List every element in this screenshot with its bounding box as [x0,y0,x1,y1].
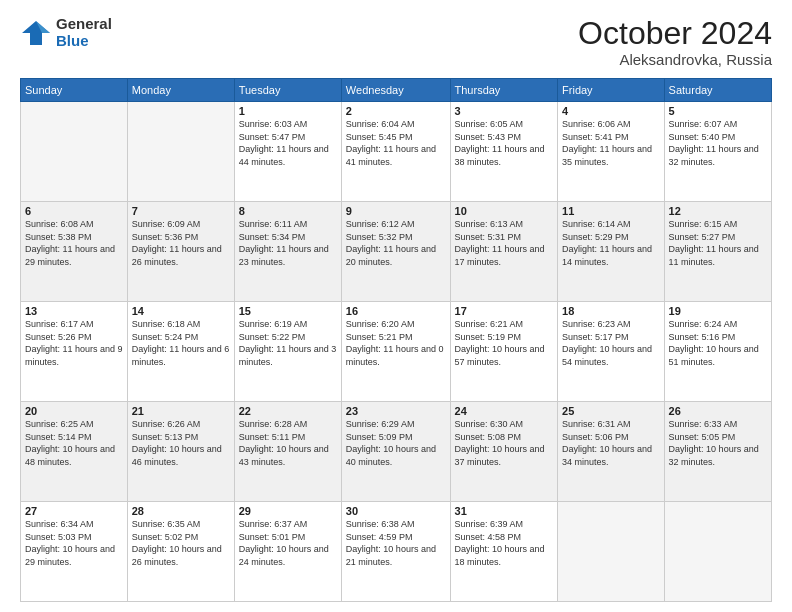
col-friday: Friday [558,79,665,102]
day-info: Sunrise: 6:20 AM Sunset: 5:21 PM Dayligh… [346,318,446,368]
table-row: 2Sunrise: 6:04 AM Sunset: 5:45 PM Daylig… [341,102,450,202]
day-number: 6 [25,205,123,217]
day-info: Sunrise: 6:21 AM Sunset: 5:19 PM Dayligh… [455,318,554,368]
day-number: 22 [239,405,337,417]
title-block: October 2024 Aleksandrovka, Russia [578,16,772,68]
calendar-week-row: 13Sunrise: 6:17 AM Sunset: 5:26 PM Dayli… [21,302,772,402]
day-info: Sunrise: 6:26 AM Sunset: 5:13 PM Dayligh… [132,418,230,468]
col-sunday: Sunday [21,79,128,102]
day-info: Sunrise: 6:29 AM Sunset: 5:09 PM Dayligh… [346,418,446,468]
day-info: Sunrise: 6:24 AM Sunset: 5:16 PM Dayligh… [669,318,767,368]
table-row: 21Sunrise: 6:26 AM Sunset: 5:13 PM Dayli… [127,402,234,502]
day-info: Sunrise: 6:07 AM Sunset: 5:40 PM Dayligh… [669,118,767,168]
table-row: 29Sunrise: 6:37 AM Sunset: 5:01 PM Dayli… [234,502,341,602]
day-info: Sunrise: 6:08 AM Sunset: 5:38 PM Dayligh… [25,218,123,268]
day-number: 5 [669,105,767,117]
day-info: Sunrise: 6:04 AM Sunset: 5:45 PM Dayligh… [346,118,446,168]
day-number: 23 [346,405,446,417]
location: Aleksandrovka, Russia [578,51,772,68]
day-number: 11 [562,205,660,217]
day-number: 9 [346,205,446,217]
logo-general-text: General [56,16,112,33]
day-info: Sunrise: 6:30 AM Sunset: 5:08 PM Dayligh… [455,418,554,468]
day-number: 21 [132,405,230,417]
day-number: 4 [562,105,660,117]
calendar-week-row: 6Sunrise: 6:08 AM Sunset: 5:38 PM Daylig… [21,202,772,302]
day-number: 12 [669,205,767,217]
day-info: Sunrise: 6:39 AM Sunset: 4:58 PM Dayligh… [455,518,554,568]
day-info: Sunrise: 6:23 AM Sunset: 5:17 PM Dayligh… [562,318,660,368]
day-number: 20 [25,405,123,417]
calendar-table: Sunday Monday Tuesday Wednesday Thursday… [20,78,772,602]
day-number: 2 [346,105,446,117]
table-row: 23Sunrise: 6:29 AM Sunset: 5:09 PM Dayli… [341,402,450,502]
day-number: 13 [25,305,123,317]
calendar-week-row: 20Sunrise: 6:25 AM Sunset: 5:14 PM Dayli… [21,402,772,502]
table-row: 28Sunrise: 6:35 AM Sunset: 5:02 PM Dayli… [127,502,234,602]
day-number: 10 [455,205,554,217]
day-number: 27 [25,505,123,517]
day-number: 17 [455,305,554,317]
table-row [664,502,771,602]
col-tuesday: Tuesday [234,79,341,102]
day-info: Sunrise: 6:15 AM Sunset: 5:27 PM Dayligh… [669,218,767,268]
page: General Blue October 2024 Aleksandrovka,… [0,0,792,612]
table-row: 31Sunrise: 6:39 AM Sunset: 4:58 PM Dayli… [450,502,558,602]
table-row: 4Sunrise: 6:06 AM Sunset: 5:41 PM Daylig… [558,102,665,202]
table-row: 10Sunrise: 6:13 AM Sunset: 5:31 PM Dayli… [450,202,558,302]
day-number: 25 [562,405,660,417]
day-number: 15 [239,305,337,317]
calendar-week-row: 27Sunrise: 6:34 AM Sunset: 5:03 PM Dayli… [21,502,772,602]
col-saturday: Saturday [664,79,771,102]
day-number: 16 [346,305,446,317]
table-row: 22Sunrise: 6:28 AM Sunset: 5:11 PM Dayli… [234,402,341,502]
day-info: Sunrise: 6:19 AM Sunset: 5:22 PM Dayligh… [239,318,337,368]
table-row: 15Sunrise: 6:19 AM Sunset: 5:22 PM Dayli… [234,302,341,402]
col-monday: Monday [127,79,234,102]
day-number: 29 [239,505,337,517]
calendar-header-row: Sunday Monday Tuesday Wednesday Thursday… [21,79,772,102]
day-number: 3 [455,105,554,117]
table-row: 14Sunrise: 6:18 AM Sunset: 5:24 PM Dayli… [127,302,234,402]
table-row: 24Sunrise: 6:30 AM Sunset: 5:08 PM Dayli… [450,402,558,502]
table-row: 25Sunrise: 6:31 AM Sunset: 5:06 PM Dayli… [558,402,665,502]
table-row: 12Sunrise: 6:15 AM Sunset: 5:27 PM Dayli… [664,202,771,302]
day-info: Sunrise: 6:18 AM Sunset: 5:24 PM Dayligh… [132,318,230,368]
table-row: 3Sunrise: 6:05 AM Sunset: 5:43 PM Daylig… [450,102,558,202]
month-title: October 2024 [578,16,772,51]
day-info: Sunrise: 6:09 AM Sunset: 5:36 PM Dayligh… [132,218,230,268]
table-row: 27Sunrise: 6:34 AM Sunset: 5:03 PM Dayli… [21,502,128,602]
table-row: 9Sunrise: 6:12 AM Sunset: 5:32 PM Daylig… [341,202,450,302]
logo: General Blue [20,16,112,49]
table-row [127,102,234,202]
table-row: 18Sunrise: 6:23 AM Sunset: 5:17 PM Dayli… [558,302,665,402]
col-thursday: Thursday [450,79,558,102]
day-info: Sunrise: 6:28 AM Sunset: 5:11 PM Dayligh… [239,418,337,468]
logo-text: General Blue [56,16,112,49]
day-info: Sunrise: 6:25 AM Sunset: 5:14 PM Dayligh… [25,418,123,468]
table-row: 1Sunrise: 6:03 AM Sunset: 5:47 PM Daylig… [234,102,341,202]
table-row: 26Sunrise: 6:33 AM Sunset: 5:05 PM Dayli… [664,402,771,502]
day-number: 31 [455,505,554,517]
day-info: Sunrise: 6:14 AM Sunset: 5:29 PM Dayligh… [562,218,660,268]
day-info: Sunrise: 6:31 AM Sunset: 5:06 PM Dayligh… [562,418,660,468]
day-info: Sunrise: 6:38 AM Sunset: 4:59 PM Dayligh… [346,518,446,568]
day-number: 28 [132,505,230,517]
day-info: Sunrise: 6:11 AM Sunset: 5:34 PM Dayligh… [239,218,337,268]
day-info: Sunrise: 6:35 AM Sunset: 5:02 PM Dayligh… [132,518,230,568]
day-number: 18 [562,305,660,317]
table-row: 6Sunrise: 6:08 AM Sunset: 5:38 PM Daylig… [21,202,128,302]
day-number: 30 [346,505,446,517]
day-number: 24 [455,405,554,417]
table-row: 13Sunrise: 6:17 AM Sunset: 5:26 PM Dayli… [21,302,128,402]
table-row [21,102,128,202]
day-info: Sunrise: 6:33 AM Sunset: 5:05 PM Dayligh… [669,418,767,468]
table-row: 8Sunrise: 6:11 AM Sunset: 5:34 PM Daylig… [234,202,341,302]
table-row: 5Sunrise: 6:07 AM Sunset: 5:40 PM Daylig… [664,102,771,202]
table-row: 17Sunrise: 6:21 AM Sunset: 5:19 PM Dayli… [450,302,558,402]
table-row: 11Sunrise: 6:14 AM Sunset: 5:29 PM Dayli… [558,202,665,302]
day-info: Sunrise: 6:34 AM Sunset: 5:03 PM Dayligh… [25,518,123,568]
col-wednesday: Wednesday [341,79,450,102]
day-info: Sunrise: 6:17 AM Sunset: 5:26 PM Dayligh… [25,318,123,368]
day-info: Sunrise: 6:03 AM Sunset: 5:47 PM Dayligh… [239,118,337,168]
